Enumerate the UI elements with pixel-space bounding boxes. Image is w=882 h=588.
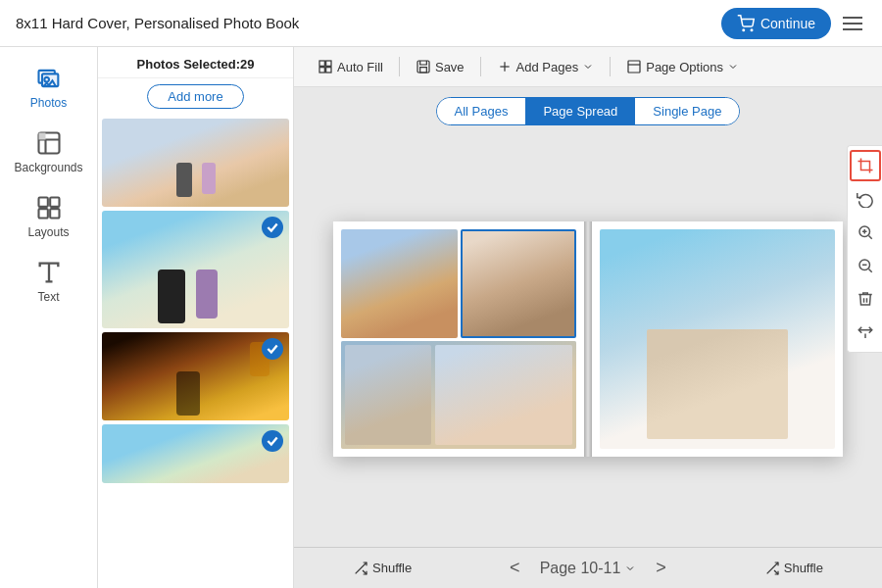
svg-rect-11 <box>319 61 324 66</box>
delete-icon <box>857 290 874 308</box>
svg-rect-14 <box>326 68 331 73</box>
book-photo-1[interactable] <box>341 229 458 338</box>
svg-rect-8 <box>50 198 59 207</box>
book-right-page <box>592 221 843 457</box>
backgrounds-icon <box>35 129 63 157</box>
photo-item-4[interactable] <box>102 424 289 483</box>
check-icon <box>266 220 279 234</box>
sidebar-item-backgrounds[interactable]: Backgrounds <box>0 120 97 184</box>
prev-page-button[interactable]: < <box>504 556 526 580</box>
svg-line-25 <box>868 235 871 238</box>
chevron-down-icon-add <box>582 61 594 73</box>
canvas-area <box>294 131 882 547</box>
page-nav: < Page 10-11 > <box>504 556 672 580</box>
save-button[interactable]: Save <box>408 55 472 78</box>
crop-tool-button[interactable] <box>850 150 881 181</box>
zoom-in-tool-button[interactable] <box>850 217 881 248</box>
content-area: Auto Fill Save Add Pages <box>294 47 882 588</box>
sidebar-item-photos-label: Photos <box>30 96 67 110</box>
sidebar-item-text-label: Text <box>37 290 59 304</box>
separator-1 <box>399 57 400 76</box>
flip-icon <box>857 323 874 341</box>
shuffle-left-icon <box>353 561 368 576</box>
photo-item-3[interactable] <box>102 332 289 420</box>
photo-grid <box>98 115 293 588</box>
header: 8x11 Hard Cover, Personalised Photo Book… <box>0 0 882 47</box>
rotate-icon <box>857 190 874 208</box>
page-tabs: All Pages Page Spread Single Page <box>294 87 882 131</box>
page-options-icon <box>626 59 642 74</box>
text-icon <box>35 259 63 286</box>
chevron-down-icon-page <box>624 563 636 574</box>
photos-selected-header: Photos Selected:29 <box>98 47 293 78</box>
photo-check-3 <box>262 338 283 360</box>
add-more-button[interactable]: Add more <box>147 84 243 109</box>
svg-rect-9 <box>38 209 47 218</box>
check-icon-3 <box>266 434 279 448</box>
shuffle-right-button[interactable]: Shuffle <box>764 561 823 576</box>
tab-single-page[interactable]: Single Page <box>635 98 739 124</box>
photo-check-4 <box>262 430 283 452</box>
tab-page-spread[interactable]: Page Spread <box>525 98 635 124</box>
next-page-button[interactable]: > <box>650 556 672 580</box>
svg-rect-13 <box>319 68 324 73</box>
toolbar: Auto Fill Save Add Pages <box>294 47 882 87</box>
sidebar-item-layouts-label: Layouts <box>27 225 69 239</box>
crop-icon <box>857 157 874 174</box>
shuffle-left-button[interactable]: Shuffle <box>353 561 412 576</box>
tab-all-pages[interactable]: All Pages <box>437 98 526 124</box>
add-pages-button[interactable]: Add Pages <box>489 55 603 78</box>
page-options-button[interactable]: Page Options <box>618 55 747 78</box>
chevron-down-icon-opts <box>727 61 739 73</box>
separator-2 <box>480 57 481 76</box>
autofill-button[interactable]: Auto Fill <box>310 55 391 78</box>
photo-panel: Photos Selected:29 Add more <box>98 47 294 588</box>
sidebar-item-text[interactable]: Text <box>0 249 97 314</box>
save-icon <box>416 59 431 74</box>
svg-rect-6 <box>38 133 45 140</box>
right-toolbar <box>847 145 882 353</box>
page-selector[interactable]: Page 10-11 <box>534 558 643 579</box>
layouts-icon <box>35 194 63 221</box>
svg-point-1 <box>751 29 753 31</box>
shuffle-right-icon <box>764 561 780 576</box>
sidebar-item-layouts[interactable]: Layouts <box>0 184 97 249</box>
bottom-bar: Shuffle < Page 10-11 > Shuffle <box>294 547 882 588</box>
sidebar: Photos Backgrounds Layouts Text <box>0 47 98 588</box>
svg-point-0 <box>743 29 745 31</box>
continue-button[interactable]: Continue <box>721 8 831 39</box>
flip-tool-button[interactable] <box>850 317 881 348</box>
rotate-tool-button[interactable] <box>850 183 881 215</box>
book-spine <box>584 221 592 457</box>
photo-item-2[interactable] <box>102 211 289 328</box>
book-spread <box>333 221 843 457</box>
view-toggle: All Pages Page Spread Single Page <box>436 97 741 125</box>
autofill-icon <box>318 59 333 74</box>
sidebar-item-photos[interactable]: Photos <box>0 55 97 120</box>
page-title: 8x11 Hard Cover, Personalised Photo Book <box>16 15 299 31</box>
sidebar-item-backgrounds-label: Backgrounds <box>14 161 82 174</box>
svg-rect-12 <box>326 61 331 66</box>
zoom-in-icon <box>857 223 874 241</box>
book-left-page <box>333 221 584 457</box>
svg-line-29 <box>868 269 871 271</box>
check-icon-2 <box>266 342 279 356</box>
zoom-out-tool-button[interactable] <box>850 250 881 281</box>
separator-3 <box>610 57 611 76</box>
book-photo-2[interactable] <box>461 229 577 338</box>
photo-item-1[interactable] <box>102 119 289 207</box>
photo-check-2 <box>262 217 283 238</box>
delete-tool-button[interactable] <box>850 283 881 315</box>
photos-icon <box>35 65 63 92</box>
hamburger-button[interactable] <box>839 9 866 38</box>
svg-rect-10 <box>50 209 59 218</box>
book-photo-3[interactable] <box>341 341 576 450</box>
svg-rect-7 <box>38 198 47 207</box>
zoom-out-icon <box>857 257 874 274</box>
add-pages-icon <box>497 59 513 74</box>
header-actions: Continue <box>721 8 866 39</box>
svg-rect-18 <box>628 61 640 73</box>
main-layout: Photos Backgrounds Layouts Text <box>0 47 882 588</box>
cart-icon <box>737 15 755 32</box>
svg-rect-15 <box>417 61 429 73</box>
